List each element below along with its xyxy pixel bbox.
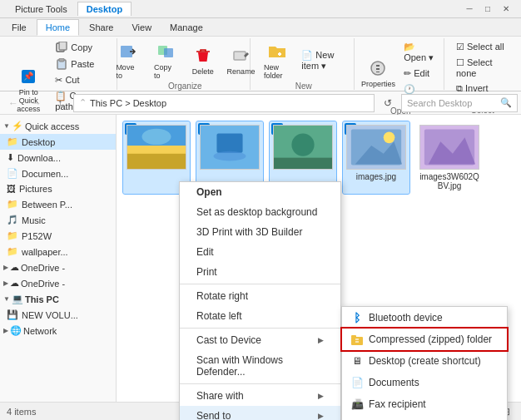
cut-button[interactable]: ✂ Cut (52, 73, 111, 87)
sub-documents[interactable]: 📄 Documents (342, 372, 507, 393)
sidebar: ▼ ⚡ Quick access 📁 Desktop ⬇ Downloa... … (0, 115, 117, 402)
sidebar-item-label: wallpaper... (22, 247, 68, 257)
breadcrumb: This PC > Desktop (90, 98, 166, 108)
copy-to-button[interactable]: Copy to (149, 40, 183, 82)
sidebar-item-label: This PC (25, 294, 59, 304)
new-item-button[interactable]: 📄 New item ▾ (298, 48, 348, 73)
ribbon-tab-home[interactable]: Home (37, 19, 79, 36)
sidebar-item-desktop[interactable]: 📁 Desktop (0, 134, 116, 150)
copy-icon (55, 42, 68, 53)
file-item[interactable]: images3W602QBV.jpg (416, 121, 483, 194)
send-to-submenu: ᛒ Bluetooth device Compressed (zipped) f… (341, 306, 508, 420)
maximize-button[interactable]: □ (479, 2, 496, 16)
file-item[interactable]: ✓ images.jpg (343, 121, 409, 194)
network-icon: 🌐 (10, 325, 22, 336)
copy-button[interactable]: Copy (52, 40, 111, 55)
move-to-button[interactable]: Move to (111, 40, 146, 82)
sub-item-label: Desktop (create shortcut) (369, 355, 481, 367)
sub-mail[interactable]: ✉ Mail recipient (342, 415, 507, 420)
ribbon-tab-manage[interactable]: Manage (161, 20, 211, 35)
ctx-rotate-right[interactable]: Rotate right (180, 286, 340, 306)
sub-item-label: Documents (369, 377, 419, 388)
context-menu: Open Set as desktop background 3D Print … (179, 181, 341, 420)
svg-rect-20 (274, 158, 332, 170)
sidebar-item-documents[interactable]: 📄 Documen... (0, 166, 116, 181)
ctx-divider (180, 328, 340, 329)
sidebar-item-label: Music (22, 215, 46, 225)
address-bar[interactable]: ⌃ This PC > Desktop (73, 94, 375, 112)
open-button[interactable]: 📂 Open ▾ (400, 40, 442, 65)
title-controls: ─ □ ✕ (461, 2, 514, 16)
ctx-set-desktop[interactable]: Set as desktop background (180, 202, 340, 222)
sub-compressed-folder[interactable]: Compressed (zipped) folder (342, 329, 507, 350)
edit-button[interactable]: ✏ Edit (400, 67, 442, 81)
forward-button[interactable]: → (27, 94, 47, 112)
select-all-button[interactable]: ☑ Select all (453, 40, 513, 54)
up-button[interactable]: ↑ (50, 94, 70, 112)
close-button[interactable]: ✕ (498, 2, 514, 16)
sub-desktop-shortcut[interactable]: 🖥 Desktop (create shortcut) (342, 350, 507, 372)
ribbon-tab-view[interactable]: View (123, 20, 160, 35)
ribbon-group-select: ☑ Select all ☐ Select none ⧉ Invert sele… (448, 38, 518, 90)
chevron-icon: ▶ (3, 264, 8, 271)
sidebar-item-label: Pictures (19, 184, 52, 194)
ribbon-tab-share[interactable]: Share (81, 20, 122, 35)
sidebar-section-this-pc[interactable]: ▼ 💻 This PC (0, 291, 116, 307)
sidebar-item-label: Network (23, 326, 57, 336)
select-none-button[interactable]: ☐ Select none (453, 56, 513, 80)
sidebar-item-between[interactable]: 📁 Between P... (0, 196, 116, 212)
svg-point-14 (142, 129, 171, 145)
tab-desktop[interactable]: Desktop (77, 2, 131, 16)
sidebar-item-wallpaper[interactable]: 📁 wallpaper... (0, 244, 116, 259)
file-name: images3W602QBV.jpg (419, 172, 479, 190)
sidebar-item-label: Documen... (22, 169, 68, 179)
ctx-divider (180, 383, 340, 384)
paste-button[interactable]: Paste (52, 57, 111, 72)
back-button[interactable]: ← (3, 94, 23, 112)
ribbon-content: 📌 Pin to Quickaccess Copy (0, 37, 521, 91)
sidebar-section-network[interactable]: ▶ 🌐 Network (0, 323, 116, 338)
svg-rect-31 (355, 341, 359, 343)
ctx-print[interactable]: Print (180, 262, 340, 282)
rename-icon (231, 46, 251, 66)
ctx-share-with[interactable]: Share with (180, 386, 340, 406)
tab-picture-tools[interactable]: Picture Tools (7, 2, 76, 16)
search-placeholder: Search Desktop (407, 98, 472, 108)
sidebar-section-quick-access[interactable]: ▼ ⚡ Quick access (0, 118, 116, 134)
sidebar-item-music[interactable]: 🎵 Music (0, 212, 116, 228)
sidebar-item-new-volume[interactable]: 💾 NEW VOLU... (0, 307, 116, 323)
delete-button[interactable]: Delete (186, 44, 220, 77)
svg-rect-29 (351, 335, 356, 338)
ctx-open[interactable]: Open (180, 182, 340, 202)
ctx-send-to[interactable]: Send to (180, 406, 340, 420)
sub-bluetooth[interactable]: ᛒ Bluetooth device (342, 307, 507, 329)
search-bar[interactable]: Search Desktop 🔍 (401, 94, 518, 112)
ctx-divider (180, 284, 340, 284)
new-folder-button[interactable]: New folder (259, 40, 295, 82)
ctx-cast-to-device[interactable]: Cast to Device (180, 330, 340, 350)
ctx-edit[interactable]: Edit (180, 242, 340, 262)
ctx-rotate-left[interactable]: Rotate left (180, 306, 340, 326)
sidebar-item-p152w[interactable]: 📁 P152W (0, 228, 116, 244)
ribbon-group-clipboard: 📌 Pin to Quickaccess Copy (3, 38, 117, 90)
sidebar-item-downloads[interactable]: ⬇ Downloa... (0, 150, 116, 166)
folder-icon: 📁 (7, 230, 18, 241)
bluetooth-icon: ᛒ (350, 311, 364, 324)
sidebar-section-onedrive1[interactable]: ▶ ☁ OneDrive - (0, 259, 116, 275)
refresh-button[interactable]: ↺ (378, 94, 398, 112)
file-thumbnail (346, 125, 406, 170)
ribbon-tabs: File Home Share View Manage (0, 18, 521, 37)
ribbon-tab-file[interactable]: File (3, 20, 35, 35)
ctx-scan-defender[interactable]: Scan with Windows Defender... (180, 350, 340, 382)
ctx-3d-print[interactable]: 3D Print with 3D Builder (180, 222, 340, 242)
minimize-button[interactable]: ─ (461, 2, 478, 16)
sidebar-section-onedrive2[interactable]: ▶ ☁ OneDrive - (0, 275, 116, 291)
sub-fax[interactable]: 📠 Fax recipient (342, 393, 507, 415)
svg-rect-16 (216, 133, 242, 152)
sidebar-item-pictures[interactable]: 🖼 Pictures (0, 181, 116, 196)
sidebar-item-label: Downloa... (17, 153, 61, 163)
sub-item-label: Fax recipient (369, 398, 426, 410)
properties-button[interactable]: Properties (360, 57, 397, 90)
onedrive-icon: ☁ (10, 262, 19, 273)
thumbnail-image (274, 125, 332, 170)
